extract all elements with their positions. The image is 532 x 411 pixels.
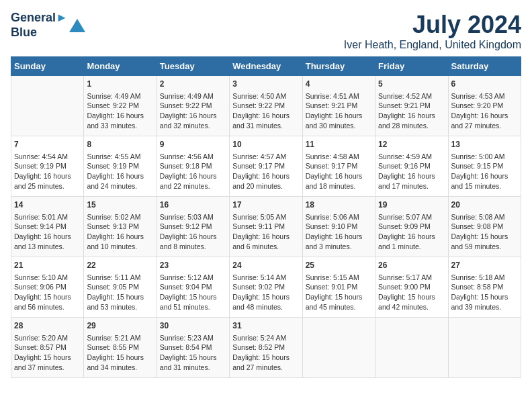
day-info: Sunrise: 5:01 AM Sunset: 9:14 PM Dayligh… bbox=[14, 212, 81, 252]
calendar-cell: 7Sunrise: 4:54 AM Sunset: 9:19 PM Daylig… bbox=[11, 136, 84, 197]
subtitle: Iver Heath, England, United Kingdom bbox=[344, 39, 521, 51]
day-number: 1 bbox=[87, 79, 153, 90]
day-number: 29 bbox=[87, 320, 153, 332]
day-info: Sunrise: 5:07 AM Sunset: 9:09 PM Dayligh… bbox=[378, 212, 445, 252]
day-info: Sunrise: 5:05 AM Sunset: 9:11 PM Dayligh… bbox=[232, 212, 299, 252]
calendar-cell: 19Sunrise: 5:07 AM Sunset: 9:09 PM Dayli… bbox=[375, 197, 448, 257]
day-info: Sunrise: 4:53 AM Sunset: 9:20 PM Dayligh… bbox=[451, 91, 518, 131]
calendar-cell: 5Sunrise: 4:52 AM Sunset: 9:21 PM Daylig… bbox=[375, 76, 448, 136]
day-number: 27 bbox=[451, 260, 518, 271]
day-info: Sunrise: 5:00 AM Sunset: 9:15 PM Dayligh… bbox=[451, 152, 518, 191]
day-number: 28 bbox=[14, 320, 81, 332]
day-info: Sunrise: 5:03 AM Sunset: 9:12 PM Dayligh… bbox=[160, 212, 226, 252]
main-title: July 2024 bbox=[344, 11, 521, 39]
calendar-cell bbox=[448, 318, 521, 378]
day-number: 12 bbox=[378, 139, 445, 150]
day-number: 2 bbox=[160, 79, 226, 90]
calendar-cell bbox=[302, 318, 375, 378]
calendar-cell bbox=[11, 76, 84, 136]
day-info: Sunrise: 5:08 AM Sunset: 9:08 PM Dayligh… bbox=[451, 212, 518, 252]
calendar-cell: 18Sunrise: 5:06 AM Sunset: 9:10 PM Dayli… bbox=[302, 197, 375, 257]
logo-icon bbox=[69, 19, 85, 32]
day-number: 4 bbox=[306, 79, 372, 90]
day-info: Sunrise: 4:58 AM Sunset: 9:17 PM Dayligh… bbox=[306, 152, 372, 191]
day-info: Sunrise: 5:06 AM Sunset: 9:10 PM Dayligh… bbox=[306, 212, 372, 252]
day-info: Sunrise: 4:52 AM Sunset: 9:21 PM Dayligh… bbox=[378, 91, 445, 131]
day-info: Sunrise: 5:21 AM Sunset: 8:55 PM Dayligh… bbox=[87, 333, 153, 373]
day-number: 20 bbox=[451, 199, 518, 211]
day-info: Sunrise: 4:49 AM Sunset: 9:22 PM Dayligh… bbox=[160, 91, 226, 131]
day-info: Sunrise: 5:17 AM Sunset: 9:00 PM Dayligh… bbox=[378, 273, 445, 312]
header-cell-monday: Monday bbox=[84, 57, 157, 76]
day-number: 21 bbox=[14, 260, 81, 271]
calendar-cell: 17Sunrise: 5:05 AM Sunset: 9:11 PM Dayli… bbox=[230, 197, 302, 257]
header-cell-saturday: Saturday bbox=[448, 57, 521, 76]
day-info: Sunrise: 4:56 AM Sunset: 9:18 PM Dayligh… bbox=[160, 152, 226, 191]
day-info: Sunrise: 5:23 AM Sunset: 8:54 PM Dayligh… bbox=[160, 333, 226, 373]
day-number: 6 bbox=[451, 79, 518, 90]
header-cell-thursday: Thursday bbox=[302, 57, 375, 76]
calendar-cell: 26Sunrise: 5:17 AM Sunset: 9:00 PM Dayli… bbox=[375, 257, 448, 318]
week-row-1: 1Sunrise: 4:49 AM Sunset: 9:22 PM Daylig… bbox=[11, 76, 521, 136]
day-info: Sunrise: 4:51 AM Sunset: 9:21 PM Dayligh… bbox=[306, 91, 372, 131]
day-info: Sunrise: 4:49 AM Sunset: 9:22 PM Dayligh… bbox=[87, 91, 153, 131]
day-number: 9 bbox=[160, 139, 226, 150]
calendar-cell: 11Sunrise: 4:58 AM Sunset: 9:17 PM Dayli… bbox=[302, 136, 375, 197]
day-number: 17 bbox=[232, 199, 299, 211]
calendar-cell: 22Sunrise: 5:11 AM Sunset: 9:05 PM Dayli… bbox=[84, 257, 157, 318]
day-info: Sunrise: 5:15 AM Sunset: 9:01 PM Dayligh… bbox=[306, 273, 372, 312]
calendar-cell: 14Sunrise: 5:01 AM Sunset: 9:14 PM Dayli… bbox=[11, 197, 84, 257]
day-number: 30 bbox=[160, 320, 226, 332]
calendar-cell: 16Sunrise: 5:03 AM Sunset: 9:12 PM Dayli… bbox=[157, 197, 229, 257]
day-number: 26 bbox=[378, 260, 445, 271]
week-row-3: 14Sunrise: 5:01 AM Sunset: 9:14 PM Dayli… bbox=[11, 197, 521, 257]
day-number: 23 bbox=[160, 260, 226, 271]
day-info: Sunrise: 5:12 AM Sunset: 9:04 PM Dayligh… bbox=[160, 273, 226, 312]
calendar-cell: 27Sunrise: 5:18 AM Sunset: 8:58 PM Dayli… bbox=[448, 257, 521, 318]
day-number: 8 bbox=[87, 139, 153, 150]
calendar-cell: 9Sunrise: 4:56 AM Sunset: 9:18 PM Daylig… bbox=[157, 136, 229, 197]
week-row-4: 21Sunrise: 5:10 AM Sunset: 9:06 PM Dayli… bbox=[11, 257, 521, 318]
calendar-table: SundayMondayTuesdayWednesdayThursdayFrid… bbox=[11, 56, 521, 378]
calendar-cell: 13Sunrise: 5:00 AM Sunset: 9:15 PM Dayli… bbox=[448, 136, 521, 197]
week-row-2: 7Sunrise: 4:54 AM Sunset: 9:19 PM Daylig… bbox=[11, 136, 521, 197]
calendar-cell: 6Sunrise: 4:53 AM Sunset: 9:20 PM Daylig… bbox=[448, 76, 521, 136]
header-cell-tuesday: Tuesday bbox=[157, 57, 229, 76]
day-number: 11 bbox=[306, 139, 372, 150]
day-number: 16 bbox=[160, 199, 226, 211]
calendar-cell: 15Sunrise: 5:02 AM Sunset: 9:13 PM Dayli… bbox=[84, 197, 157, 257]
day-info: Sunrise: 4:50 AM Sunset: 9:22 PM Dayligh… bbox=[232, 91, 299, 131]
week-row-5: 28Sunrise: 5:20 AM Sunset: 8:57 PM Dayli… bbox=[11, 318, 521, 378]
logo-text: General►Blue bbox=[11, 11, 68, 40]
calendar-cell: 4Sunrise: 4:51 AM Sunset: 9:21 PM Daylig… bbox=[302, 76, 375, 136]
calendar-cell: 20Sunrise: 5:08 AM Sunset: 9:08 PM Dayli… bbox=[448, 197, 521, 257]
day-number: 22 bbox=[87, 260, 153, 271]
day-number: 3 bbox=[232, 79, 299, 90]
day-number: 19 bbox=[378, 199, 445, 211]
day-info: Sunrise: 5:20 AM Sunset: 8:57 PM Dayligh… bbox=[14, 333, 81, 373]
calendar-cell: 8Sunrise: 4:55 AM Sunset: 9:19 PM Daylig… bbox=[84, 136, 157, 197]
day-info: Sunrise: 4:55 AM Sunset: 9:19 PM Dayligh… bbox=[87, 152, 153, 191]
day-info: Sunrise: 4:57 AM Sunset: 9:17 PM Dayligh… bbox=[232, 152, 299, 191]
calendar-cell: 10Sunrise: 4:57 AM Sunset: 9:17 PM Dayli… bbox=[230, 136, 302, 197]
header-cell-wednesday: Wednesday bbox=[230, 57, 302, 76]
day-number: 31 bbox=[232, 320, 299, 332]
day-info: Sunrise: 4:54 AM Sunset: 9:19 PM Dayligh… bbox=[14, 152, 81, 191]
day-number: 15 bbox=[87, 199, 153, 211]
header-cell-sunday: Sunday bbox=[11, 57, 84, 76]
day-number: 24 bbox=[232, 260, 299, 271]
calendar-cell: 2Sunrise: 4:49 AM Sunset: 9:22 PM Daylig… bbox=[157, 76, 229, 136]
header-row: SundayMondayTuesdayWednesdayThursdayFrid… bbox=[11, 57, 521, 76]
day-info: Sunrise: 5:14 AM Sunset: 9:02 PM Dayligh… bbox=[232, 273, 299, 312]
calendar-cell: 12Sunrise: 4:59 AM Sunset: 9:16 PM Dayli… bbox=[375, 136, 448, 197]
day-info: Sunrise: 5:02 AM Sunset: 9:13 PM Dayligh… bbox=[87, 212, 153, 252]
day-info: Sunrise: 5:11 AM Sunset: 9:05 PM Dayligh… bbox=[87, 273, 153, 312]
day-info: Sunrise: 5:18 AM Sunset: 8:58 PM Dayligh… bbox=[451, 273, 518, 312]
day-number: 18 bbox=[306, 199, 372, 211]
day-info: Sunrise: 5:24 AM Sunset: 8:52 PM Dayligh… bbox=[232, 333, 299, 373]
calendar-cell: 30Sunrise: 5:23 AM Sunset: 8:54 PM Dayli… bbox=[157, 318, 229, 378]
day-number: 14 bbox=[14, 199, 81, 211]
calendar-cell: 24Sunrise: 5:14 AM Sunset: 9:02 PM Dayli… bbox=[230, 257, 302, 318]
calendar-cell: 29Sunrise: 5:21 AM Sunset: 8:55 PM Dayli… bbox=[84, 318, 157, 378]
day-number: 25 bbox=[306, 260, 372, 271]
